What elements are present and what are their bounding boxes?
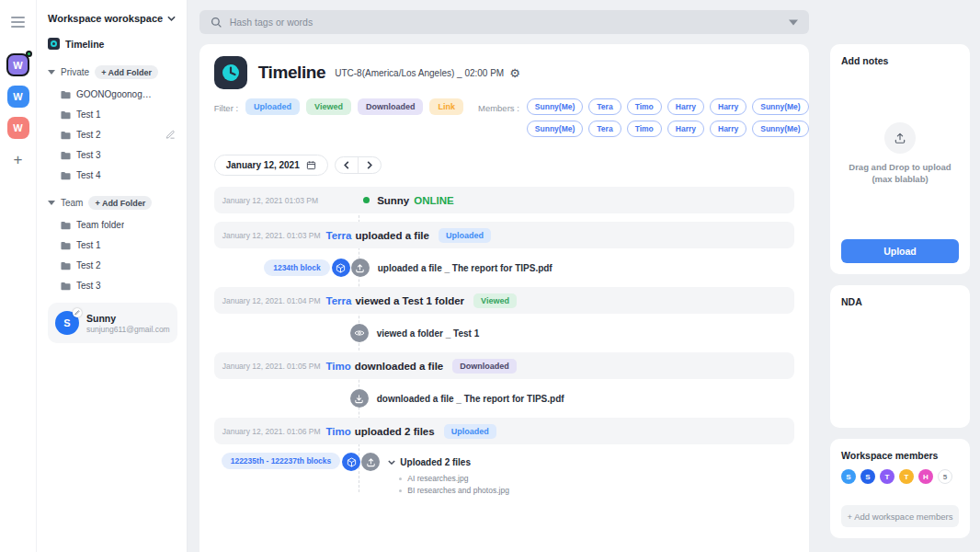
- sidebar-folder-goono[interactable]: GOONOgoonogoonogo...: [48, 89, 177, 99]
- add-workspace-members-button[interactable]: + Add workspace members: [841, 505, 959, 527]
- timeline-entry-download[interactable]: January 12, 2021. 01:05 PM Timo download…: [214, 352, 794, 379]
- section-label-private[interactable]: Private: [61, 67, 89, 77]
- member-avatar[interactable]: T: [899, 469, 914, 484]
- workspace-avatar-2[interactable]: W: [7, 86, 29, 108]
- workspace-title: Workspace worokspace: [48, 13, 163, 24]
- member-overflow-count[interactable]: 5: [938, 469, 952, 484]
- filter-chip-link[interactable]: Link: [429, 98, 463, 115]
- filter-label: Filter :: [214, 98, 238, 137]
- member-chips-row-2: Sunny(Me) Tera Timo Harry Harry Sunny(Me…: [527, 121, 794, 137]
- sidebar-folder-test2[interactable]: Test 2: [48, 130, 177, 140]
- block-reference-pill[interactable]: 1234th block: [264, 259, 330, 276]
- member-chip[interactable]: Tera: [588, 121, 621, 137]
- edit-icon[interactable]: [165, 130, 176, 140]
- member-chip[interactable]: Sunny(Me): [752, 121, 808, 137]
- workspace-avatar-selected[interactable]: W: [6, 53, 29, 76]
- date-picker-button[interactable]: January 12, 2021: [214, 155, 328, 176]
- entry-timestamp: January 12, 2021. 01:03 PM: [214, 231, 321, 240]
- bullet-icon: [399, 477, 402, 480]
- sidebar-folder-test4[interactable]: Test 4: [48, 170, 177, 180]
- next-day-button[interactable]: [359, 157, 381, 173]
- detail-text[interactable]: viewed a folder _ Test 1: [377, 328, 480, 339]
- user-card[interactable]: S Sunny sunjung611@gmail.com: [48, 303, 177, 343]
- sidebar-folder-teamfolder[interactable]: Team folder: [48, 220, 177, 230]
- add-folder-button-team[interactable]: + Add Folder: [88, 196, 152, 210]
- member-chip[interactable]: Sunny(Me): [527, 98, 583, 115]
- member-chip[interactable]: Sunny(Me): [752, 98, 808, 115]
- online-badge: [26, 51, 32, 57]
- sidebar-folder-team-test3[interactable]: Test 3: [48, 281, 177, 291]
- workspace-avatar-3[interactable]: W: [7, 117, 29, 139]
- gear-icon[interactable]: ⚙: [509, 67, 520, 79]
- expanded-group-toggle[interactable]: Uploaded 2 files: [388, 453, 509, 471]
- search-dropdown-icon[interactable]: [789, 19, 798, 26]
- member-chip[interactable]: Sunny(Me): [527, 121, 583, 137]
- timeline-entry-status[interactable]: January 12, 2021 01:03 PM Sunny ONLINE: [214, 187, 794, 213]
- sidebar-folder-team-test2[interactable]: Test 2: [48, 260, 177, 270]
- entry-actor[interactable]: Terra: [325, 295, 351, 306]
- search-bar[interactable]: [199, 10, 809, 34]
- sidebar-item-timeline[interactable]: Timeline: [48, 38, 177, 50]
- workspace-avatar-label: W: [13, 122, 22, 133]
- member-avatar[interactable]: H: [918, 469, 933, 484]
- block-cube-icon[interactable]: [342, 453, 360, 471]
- member-chips: Sunny(Me) Tera Timo Harry Harry Sunny(Me…: [527, 98, 794, 137]
- entry-timestamp: January 12, 2021 01:03 PM: [214, 196, 318, 205]
- member-chip[interactable]: Harry: [710, 121, 746, 137]
- caret-down-icon[interactable]: [48, 70, 55, 75]
- member-avatar[interactable]: T: [880, 469, 895, 484]
- main-column: Timeline UTC-8(America/Los Angeles) _ 02…: [188, 0, 821, 552]
- entry-actor[interactable]: Terra: [325, 230, 351, 241]
- sidebar-folder-team-test1[interactable]: Test 1: [48, 240, 177, 250]
- upload-icon: [351, 259, 370, 277]
- timeline-entry-upload[interactable]: January 12, 2021. 01:03 PM Terra uploade…: [214, 222, 794, 248]
- timeline-entry-view[interactable]: January 12, 2021. 01:04 PM Terra viewed …: [214, 287, 794, 314]
- status-badge: Uploaded: [444, 424, 496, 439]
- filter-chip-uploaded[interactable]: Uploaded: [245, 98, 300, 115]
- hamburger-menu-icon[interactable]: [8, 14, 28, 30]
- member-avatar[interactable]: S: [841, 469, 856, 484]
- caret-down-icon[interactable]: [48, 201, 55, 205]
- entry-actor[interactable]: Timo: [325, 426, 350, 437]
- detail-text[interactable]: downloaded a file _ The report for TIPS.…: [377, 394, 564, 404]
- timeline-label: Timeline: [65, 39, 104, 50]
- block-reference-pill[interactable]: 122235th - 122237th blocks: [222, 453, 341, 469]
- member-chip[interactable]: Timo: [627, 98, 662, 115]
- folder-icon: [61, 221, 71, 230]
- member-chip[interactable]: Harry: [667, 121, 704, 137]
- file-list-item[interactable]: BI researches and photos.jpg: [388, 486, 509, 495]
- add-notes-title: Add notes: [841, 55, 959, 66]
- sidebar-folder-test1[interactable]: Test 1: [48, 109, 177, 120]
- filter-chip-viewed[interactable]: Viewed: [306, 98, 351, 115]
- upload-button[interactable]: Upload: [841, 239, 959, 263]
- member-avatar[interactable]: S: [860, 469, 875, 484]
- entry-text: Terra uploaded a file: [325, 230, 428, 241]
- previous-day-button[interactable]: [336, 157, 358, 173]
- entry-action: uploaded 2 files: [355, 426, 435, 437]
- add-workspace-button[interactable]: +: [14, 152, 23, 167]
- member-chip[interactable]: Harry: [710, 98, 746, 115]
- folder-label: Test 4: [76, 170, 101, 180]
- member-chip[interactable]: Tera: [588, 98, 621, 115]
- sidebar-folder-test3[interactable]: Test 3: [48, 150, 177, 160]
- file-list-item[interactable]: AI researches.jpg: [388, 474, 509, 483]
- filter-chip-downloaded[interactable]: Downloaded: [358, 98, 424, 115]
- add-folder-button-private[interactable]: + Add Folder: [95, 65, 158, 79]
- search-input[interactable]: [230, 17, 781, 28]
- dropzone-text: Drag and Drop to upload: [849, 162, 951, 172]
- section-label-team[interactable]: Team: [61, 198, 83, 208]
- edit-profile-icon[interactable]: [73, 308, 82, 317]
- chevron-down-icon: [167, 16, 176, 21]
- workspace-switcher[interactable]: Workspace worokspace: [48, 13, 177, 24]
- timeline-entry-upload-2[interactable]: January 12, 2021. 01:06 PM Timo uploaded…: [214, 418, 794, 444]
- member-chip[interactable]: Timo: [627, 121, 662, 137]
- block-cube-icon[interactable]: [332, 259, 350, 277]
- timeline-panel: Timeline UTC-8(America/Los Angeles) _ 02…: [199, 44, 809, 552]
- dropzone[interactable]: Drag and Drop to upload (max blablab): [841, 66, 959, 239]
- workspace-members-title: Workspace members: [841, 450, 959, 461]
- user-avatar-initial: S: [63, 317, 70, 328]
- chevron-down-icon: [388, 460, 395, 465]
- member-chip[interactable]: Harry: [667, 98, 704, 115]
- detail-text[interactable]: uploaded a file _ The report for TIPS.pd…: [378, 263, 553, 273]
- entry-actor[interactable]: Timo: [325, 361, 350, 372]
